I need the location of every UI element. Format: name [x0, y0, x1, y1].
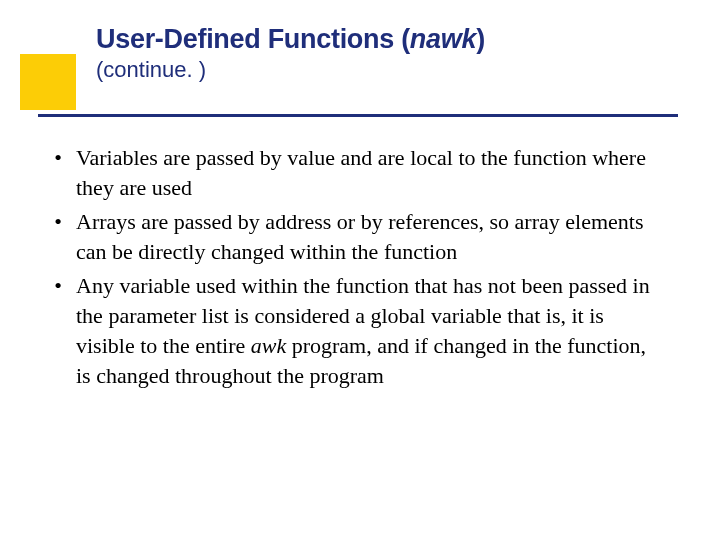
header-divider [38, 114, 678, 117]
slide-header: User-Defined Functions (nawk) (continue.… [0, 0, 720, 83]
bullet-icon: • [40, 143, 76, 173]
slide-title: User-Defined Functions (nawk) [96, 24, 720, 55]
bullet-list: • Variables are passed by value and are … [40, 143, 658, 391]
list-item: • Arrays are passed by address or by ref… [40, 207, 658, 267]
title-italic: nawk [410, 24, 476, 54]
list-item: • Variables are passed by value and are … [40, 143, 658, 203]
bullet-text: Arrays are passed by address or by refer… [76, 207, 658, 267]
bullet-icon: • [40, 271, 76, 301]
bullet-italic: awk [251, 333, 286, 358]
bullet-text: Variables are passed by value and are lo… [76, 143, 658, 203]
bullet-icon: • [40, 207, 76, 237]
bullet-text: Any variable used within the function th… [76, 271, 658, 391]
slide-content: • Variables are passed by value and are … [0, 143, 720, 391]
slide-subtitle: (continue. ) [96, 57, 720, 83]
title-main: User-Defined Functions ( [96, 24, 410, 54]
accent-square [20, 54, 76, 110]
title-close: ) [476, 24, 485, 54]
list-item: • Any variable used within the function … [40, 271, 658, 391]
